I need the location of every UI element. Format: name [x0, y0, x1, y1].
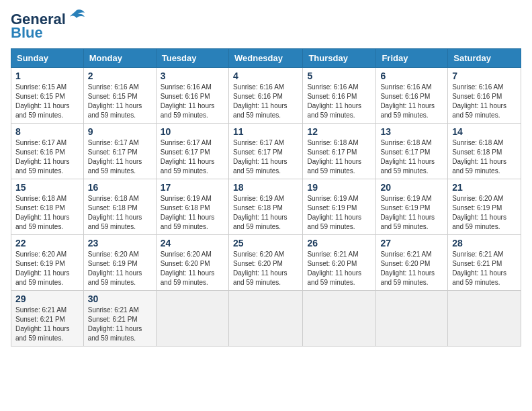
calendar-week-row: 8 Sunrise: 6:17 AM Sunset: 6:16 PM Dayli…: [11, 124, 521, 179]
day-info: Sunrise: 6:18 AM Sunset: 6:17 PM Dayligh…: [307, 138, 371, 176]
calendar-cell: 30 Sunrise: 6:21 AM Sunset: 6:21 PM Dayl…: [83, 291, 156, 347]
day-info: Sunrise: 6:20 AM Sunset: 6:19 PM Dayligh…: [88, 250, 152, 287]
day-info: Sunrise: 6:21 AM Sunset: 6:20 PM Dayligh…: [307, 250, 371, 287]
calendar-cell: 7 Sunrise: 6:16 AM Sunset: 6:16 PM Dayli…: [448, 68, 521, 124]
calendar-header-saturday: Saturday: [448, 49, 521, 68]
calendar-cell: 24 Sunrise: 6:20 AM Sunset: 6:20 PM Dayl…: [156, 235, 228, 291]
day-info: Sunrise: 6:19 AM Sunset: 6:18 PM Dayligh…: [233, 194, 298, 232]
day-info: Sunrise: 6:16 AM Sunset: 6:16 PM Dayligh…: [452, 83, 517, 120]
day-info: Sunrise: 6:18 AM Sunset: 6:18 PM Dayligh…: [88, 194, 152, 232]
calendar-cell: 15 Sunrise: 6:18 AM Sunset: 6:18 PM Dayl…: [11, 179, 84, 235]
day-info: Sunrise: 6:19 AM Sunset: 6:19 PM Dayligh…: [380, 194, 443, 232]
day-info: Sunrise: 6:20 AM Sunset: 6:20 PM Dayligh…: [161, 250, 224, 287]
calendar-cell: [228, 291, 302, 347]
day-info: Sunrise: 6:21 AM Sunset: 6:21 PM Dayligh…: [88, 306, 152, 343]
calendar-header-tuesday: Tuesday: [156, 49, 228, 68]
calendar-cell: 16 Sunrise: 6:18 AM Sunset: 6:18 PM Dayl…: [83, 179, 156, 235]
day-info: Sunrise: 6:16 AM Sunset: 6:16 PM Dayligh…: [233, 83, 298, 120]
day-info: Sunrise: 6:15 AM Sunset: 6:15 PM Dayligh…: [15, 83, 79, 120]
calendar-cell: 1 Sunrise: 6:15 AM Sunset: 6:15 PM Dayli…: [11, 68, 84, 124]
calendar-cell: 12 Sunrise: 6:18 AM Sunset: 6:17 PM Dayl…: [303, 124, 376, 179]
day-number: 23: [88, 238, 152, 248]
day-number: 1: [15, 71, 79, 81]
day-number: 13: [380, 126, 443, 137]
calendar-cell: 23 Sunrise: 6:20 AM Sunset: 6:19 PM Dayl…: [83, 235, 156, 291]
day-info: Sunrise: 6:21 AM Sunset: 6:20 PM Dayligh…: [380, 250, 443, 287]
calendar-header-thursday: Thursday: [303, 49, 376, 68]
day-info: Sunrise: 6:16 AM Sunset: 6:16 PM Dayligh…: [161, 83, 224, 120]
calendar-week-row: 29 Sunrise: 6:21 AM Sunset: 6:21 PM Dayl…: [11, 291, 521, 347]
calendar-table: SundayMondayTuesdayWednesdayThursdayFrid…: [11, 48, 521, 347]
calendar-cell: 2 Sunrise: 6:16 AM Sunset: 6:15 PM Dayli…: [83, 68, 156, 124]
day-info: Sunrise: 6:20 AM Sunset: 6:20 PM Dayligh…: [233, 250, 298, 287]
day-info: Sunrise: 6:16 AM Sunset: 6:16 PM Dayligh…: [307, 83, 371, 120]
day-info: Sunrise: 6:16 AM Sunset: 6:15 PM Dayligh…: [88, 83, 152, 120]
day-info: Sunrise: 6:17 AM Sunset: 6:16 PM Dayligh…: [15, 138, 79, 176]
logo: General Blue: [11, 11, 86, 42]
day-number: 2: [88, 71, 152, 81]
calendar-cell: [376, 291, 448, 347]
calendar-cell: [156, 291, 228, 347]
day-number: 28: [452, 238, 517, 248]
calendar-week-row: 1 Sunrise: 6:15 AM Sunset: 6:15 PM Dayli…: [11, 68, 521, 124]
calendar-header-monday: Monday: [83, 49, 156, 68]
day-number: 18: [233, 182, 298, 193]
day-info: Sunrise: 6:17 AM Sunset: 6:17 PM Dayligh…: [88, 138, 152, 176]
day-number: 30: [88, 293, 152, 304]
calendar-cell: [303, 291, 376, 347]
calendar-cell: 9 Sunrise: 6:17 AM Sunset: 6:17 PM Dayli…: [83, 124, 156, 179]
day-number: 17: [161, 182, 224, 193]
calendar-cell: 20 Sunrise: 6:19 AM Sunset: 6:19 PM Dayl…: [376, 179, 448, 235]
day-number: 11: [233, 126, 298, 137]
day-number: 12: [307, 126, 371, 137]
calendar-cell: 6 Sunrise: 6:16 AM Sunset: 6:16 PM Dayli…: [376, 68, 448, 124]
day-info: Sunrise: 6:18 AM Sunset: 6:17 PM Dayligh…: [380, 138, 443, 176]
day-number: 19: [307, 182, 371, 193]
day-number: 14: [452, 126, 517, 137]
day-info: Sunrise: 6:21 AM Sunset: 6:21 PM Dayligh…: [452, 250, 517, 287]
calendar-week-row: 22 Sunrise: 6:20 AM Sunset: 6:19 PM Dayl…: [11, 235, 521, 291]
day-number: 3: [161, 71, 224, 81]
calendar-header-row: SundayMondayTuesdayWednesdayThursdayFrid…: [11, 49, 521, 68]
day-info: Sunrise: 6:17 AM Sunset: 6:17 PM Dayligh…: [233, 138, 298, 176]
day-info: Sunrise: 6:20 AM Sunset: 6:19 PM Dayligh…: [15, 250, 79, 287]
calendar-cell: 13 Sunrise: 6:18 AM Sunset: 6:17 PM Dayl…: [376, 124, 448, 179]
calendar-cell: 29 Sunrise: 6:21 AM Sunset: 6:21 PM Dayl…: [11, 291, 84, 347]
day-info: Sunrise: 6:19 AM Sunset: 6:19 PM Dayligh…: [307, 194, 371, 232]
day-number: 4: [233, 71, 298, 81]
calendar-header-sunday: Sunday: [11, 49, 84, 68]
page-header: General Blue: [11, 11, 521, 42]
calendar-cell: 25 Sunrise: 6:20 AM Sunset: 6:20 PM Dayl…: [228, 235, 302, 291]
calendar-cell: 19 Sunrise: 6:19 AM Sunset: 6:19 PM Dayl…: [303, 179, 376, 235]
day-number: 6: [380, 71, 443, 81]
day-number: 20: [380, 182, 443, 193]
logo-bird-icon: [67, 7, 86, 26]
calendar-cell: 18 Sunrise: 6:19 AM Sunset: 6:18 PM Dayl…: [228, 179, 302, 235]
day-number: 26: [307, 238, 371, 248]
day-number: 9: [88, 126, 152, 137]
day-info: Sunrise: 6:21 AM Sunset: 6:21 PM Dayligh…: [15, 306, 79, 343]
calendar-cell: 3 Sunrise: 6:16 AM Sunset: 6:16 PM Dayli…: [156, 68, 228, 124]
calendar-cell: 10 Sunrise: 6:17 AM Sunset: 6:17 PM Dayl…: [156, 124, 228, 179]
day-number: 29: [15, 293, 79, 304]
day-info: Sunrise: 6:18 AM Sunset: 6:18 PM Dayligh…: [452, 138, 517, 176]
day-number: 10: [161, 126, 224, 137]
calendar-cell: 22 Sunrise: 6:20 AM Sunset: 6:19 PM Dayl…: [11, 235, 84, 291]
day-number: 21: [452, 182, 517, 193]
calendar-cell: 8 Sunrise: 6:17 AM Sunset: 6:16 PM Dayli…: [11, 124, 84, 179]
day-info: Sunrise: 6:17 AM Sunset: 6:17 PM Dayligh…: [161, 138, 224, 176]
calendar-header-friday: Friday: [376, 49, 448, 68]
day-number: 7: [452, 71, 517, 81]
calendar-cell: 21 Sunrise: 6:20 AM Sunset: 6:19 PM Dayl…: [448, 179, 521, 235]
day-number: 25: [233, 238, 298, 248]
calendar-cell: 5 Sunrise: 6:16 AM Sunset: 6:16 PM Dayli…: [303, 68, 376, 124]
calendar-header-wednesday: Wednesday: [228, 49, 302, 68]
calendar-cell: 11 Sunrise: 6:17 AM Sunset: 6:17 PM Dayl…: [228, 124, 302, 179]
day-info: Sunrise: 6:16 AM Sunset: 6:16 PM Dayligh…: [380, 83, 443, 120]
day-number: 15: [15, 182, 79, 193]
calendar-cell: 17 Sunrise: 6:19 AM Sunset: 6:18 PM Dayl…: [156, 179, 228, 235]
day-info: Sunrise: 6:20 AM Sunset: 6:19 PM Dayligh…: [452, 194, 517, 232]
calendar-cell: [448, 291, 521, 347]
calendar-cell: 26 Sunrise: 6:21 AM Sunset: 6:20 PM Dayl…: [303, 235, 376, 291]
day-number: 5: [307, 71, 371, 81]
